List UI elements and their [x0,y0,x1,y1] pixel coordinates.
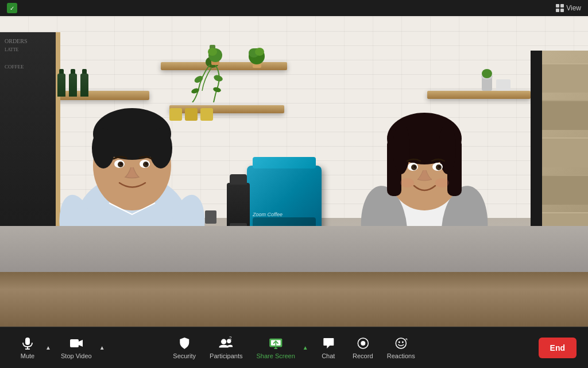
security-button[interactable]: Security [167,332,202,364]
svg-rect-58 [25,338,30,345]
chat-button[interactable]: Chat [312,332,345,364]
video-area: ORDERS LATTE COFFEE [0,16,588,327]
svg-point-36 [145,163,148,165]
toolbar-center: Security 2 Participants [167,332,420,364]
share-screen-button[interactable]: Share Screen [251,332,301,364]
svg-rect-20 [496,79,510,91]
svg-point-57 [435,178,449,187]
video-scene: ORDERS LATTE COFFEE [0,16,588,327]
svg-point-71 [402,341,404,343]
svg-rect-3 [560,9,564,12]
record-icon [356,336,370,350]
svg-point-70 [399,341,400,343]
reactions-icon [394,336,408,350]
reactions-button[interactable]: Reactions [381,332,421,364]
end-button[interactable]: End [539,338,577,358]
mute-label: Mute [21,352,34,359]
title-bar-left: ✓ [7,3,17,13]
mute-button[interactable]: Mute [11,332,44,364]
svg-point-56 [400,178,414,187]
svg-point-62 [221,339,226,344]
share-screen-label: Share Screen [257,352,295,359]
share-screen-icon [269,336,283,350]
svg-point-48 [393,122,410,174]
floor-area [0,226,588,272]
chat-icon [322,336,335,350]
stop-video-button[interactable]: Stop Video [55,332,98,364]
svg-point-12 [208,48,217,56]
view-label: View [566,4,581,12]
toolbar-left: Mute ▲ Stop Video ▲ [11,332,107,364]
participant-count: 2 [229,335,232,341]
plant-small-1 [207,39,224,67]
toolbar-right: End [539,338,577,358]
title-bar-right: View [556,4,581,12]
participants-button[interactable]: 2 Participants [204,332,248,364]
record-label: Record [353,352,373,359]
security-shield-icon: ✓ [7,3,17,13]
video-chevron[interactable]: ▲ [98,336,107,359]
coffee-machine [247,166,322,235]
svg-point-68 [361,341,365,346]
svg-point-9 [212,86,222,93]
svg-point-69 [396,338,406,348]
coffee-machine-top [253,157,316,168]
share-chevron[interactable]: ▲ [301,336,310,359]
record-button[interactable]: Record [347,332,379,364]
chat-label: Chat [322,352,335,359]
security-label: Security [173,352,196,359]
svg-rect-23 [205,210,216,224]
microphone-icon [21,336,34,350]
plant-small-2 [247,39,267,70]
title-bar: ✓ View [0,0,588,16]
svg-rect-30 [94,134,171,151]
svg-point-16 [255,48,264,56]
participants-label: Participants [210,352,242,359]
toolbar: Mute ▲ Stop Video ▲ Security [0,327,588,368]
view-button[interactable]: View [556,4,581,12]
security-icon [177,336,191,350]
participants-icon: 2 [219,336,233,350]
svg-point-55 [438,166,440,168]
mute-chevron[interactable]: ▲ [44,336,53,359]
reactions-label: Reactions [387,352,415,359]
svg-point-35 [120,163,122,165]
svg-rect-2 [556,9,559,12]
svg-point-8 [213,74,223,83]
camera-icon [69,336,83,350]
stop-video-label: Stop Video [61,352,92,359]
svg-rect-61 [70,339,79,347]
svg-point-54 [413,166,416,168]
svg-rect-1 [560,4,564,7]
svg-rect-0 [556,4,559,7]
